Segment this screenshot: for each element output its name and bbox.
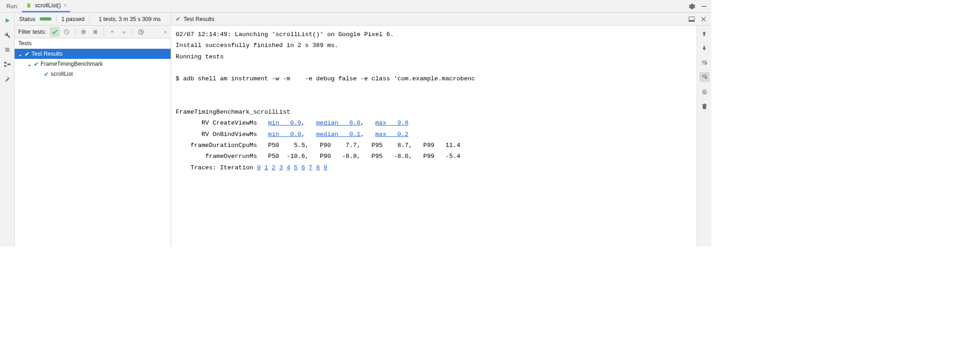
tree-node-benchmark[interactable]: ⌄ ✔ FrameTimingBenchmark (15, 59, 171, 69)
clear-button[interactable] (699, 101, 709, 111)
android-test-icon (26, 2, 32, 9)
pin-button[interactable] (2, 74, 12, 84)
metric-link[interactable]: median 0.1 (316, 131, 360, 138)
trace-link[interactable]: 3 (279, 164, 283, 171)
check-icon: ✔ (25, 51, 30, 58)
stop-icon (5, 47, 10, 52)
layout-button[interactable] (2, 59, 12, 69)
svg-rect-6 (7, 63, 10, 65)
wrench-icon (4, 32, 10, 38)
history-button[interactable] (136, 27, 146, 37)
left-tool-rail (0, 13, 15, 246)
toggle-view-button[interactable] (688, 15, 696, 23)
settings-button[interactable] (688, 2, 697, 11)
arrow-down-icon (121, 29, 127, 35)
chevron-down-icon: ⌄ (26, 61, 32, 68)
node-label: scrollList (51, 71, 73, 77)
scroll-to-end-button[interactable] (699, 72, 709, 82)
run-panel-label: Run: (3, 3, 22, 10)
trace-link[interactable]: 9 (323, 164, 327, 171)
passed-count: 1 passed (61, 16, 84, 22)
gear-icon (689, 3, 695, 10)
chevron-down-icon: ⌄ (17, 51, 23, 58)
check-icon: ✔ (44, 71, 49, 78)
expand-icon (80, 29, 87, 35)
scroll-down-button[interactable] (699, 43, 709, 53)
trash-icon (702, 103, 707, 110)
metric-link[interactable]: min 0.9 (268, 120, 302, 126)
minimize-button[interactable] (699, 2, 709, 11)
close-tab-icon[interactable]: × (63, 2, 67, 9)
metric-link[interactable]: max 9.8 (375, 120, 409, 126)
play-icon (4, 17, 10, 24)
more-filters-button[interactable]: » (164, 29, 167, 35)
metric-link[interactable]: max 0.2 (375, 131, 409, 138)
panel-icon (688, 16, 695, 22)
prev-failed-button[interactable] (107, 27, 117, 37)
layout-icon (4, 62, 10, 67)
scroll-up-button[interactable] (699, 28, 709, 38)
tree-node-root[interactable]: ⌄ ✔ Test Results (15, 49, 171, 59)
filter-toolbar: Filter tests: (15, 26, 171, 38)
filter-passed-button[interactable] (50, 27, 60, 37)
test-tree[interactable]: ⌄ ✔ Test Results ⌄ ✔ FrameTimingBenchmar… (15, 49, 171, 246)
minimize-icon (701, 3, 707, 10)
trace-link[interactable]: 1 (264, 164, 268, 171)
trace-link[interactable]: 6 (302, 164, 305, 171)
arrow-up-icon (109, 29, 115, 35)
svg-point-0 (28, 4, 28, 5)
collapse-icon (92, 29, 99, 35)
clock-icon (138, 29, 144, 35)
filter-ignored-button[interactable] (62, 27, 72, 37)
test-summary: 1 tests, 3 m 35 s 309 ms (94, 16, 166, 22)
print-button[interactable] (699, 87, 709, 97)
close-panel-button[interactable] (699, 15, 708, 23)
check-icon (52, 29, 58, 35)
scroll-end-icon (701, 74, 708, 80)
stop-button[interactable] (2, 45, 12, 55)
collapse-all-button[interactable] (90, 27, 100, 37)
check-icon: ✔ (176, 16, 181, 22)
svg-rect-5 (4, 65, 6, 67)
svg-rect-2 (702, 6, 707, 7)
next-failed-button[interactable] (119, 27, 129, 37)
tree-header: Tests (15, 38, 171, 49)
printer-icon (701, 89, 708, 95)
results-breadcrumb: Test Results (183, 16, 214, 22)
trace-link[interactable]: 8 (316, 164, 320, 171)
svg-rect-8 (689, 20, 694, 21)
pin-icon (4, 76, 10, 82)
status-indicator (40, 17, 52, 21)
trace-link[interactable]: 5 (294, 164, 297, 171)
tree-node-test[interactable]: ✔ scrollList (15, 69, 171, 79)
tab-bar: Run: scrollList() × (0, 0, 711, 13)
arrow-down-icon (701, 45, 707, 51)
wrap-icon (701, 60, 708, 65)
status-bar: Status 1 passed 1 tests, 3 m 35 s 309 ms… (15, 13, 711, 26)
test-tree-panel: Filter tests: (15, 26, 171, 246)
svg-rect-3 (5, 48, 9, 52)
status-label: Status (19, 16, 35, 22)
check-icon: ✔ (34, 61, 39, 68)
run-config-tab[interactable]: scrollList() × (22, 0, 70, 12)
right-tool-rail (697, 26, 711, 246)
trace-link[interactable]: 7 (309, 164, 313, 171)
metric-link[interactable]: min 0.0 (268, 131, 302, 138)
arrow-up-icon (701, 31, 707, 37)
node-label: Test Results (31, 51, 63, 57)
expand-all-button[interactable] (78, 27, 89, 37)
disabled-icon (63, 29, 70, 35)
svg-point-1 (29, 4, 30, 5)
console-output[interactable]: 02/07 12:14:49: Launching 'scrollList()'… (171, 26, 697, 246)
soft-wrap-button[interactable] (699, 58, 709, 68)
trace-link[interactable]: 4 (287, 164, 290, 171)
wrench-button[interactable] (2, 30, 12, 40)
svg-rect-4 (4, 62, 6, 64)
metric-link[interactable]: median 6.0 (316, 120, 360, 126)
trace-link[interactable]: 2 (272, 164, 276, 171)
rerun-button[interactable] (2, 16, 12, 26)
trace-link[interactable]: 0 (257, 164, 261, 171)
tab-label: scrollList() (35, 2, 61, 9)
node-label: FrameTimingBenchmark (41, 61, 103, 67)
filter-label: Filter tests: (18, 29, 46, 35)
